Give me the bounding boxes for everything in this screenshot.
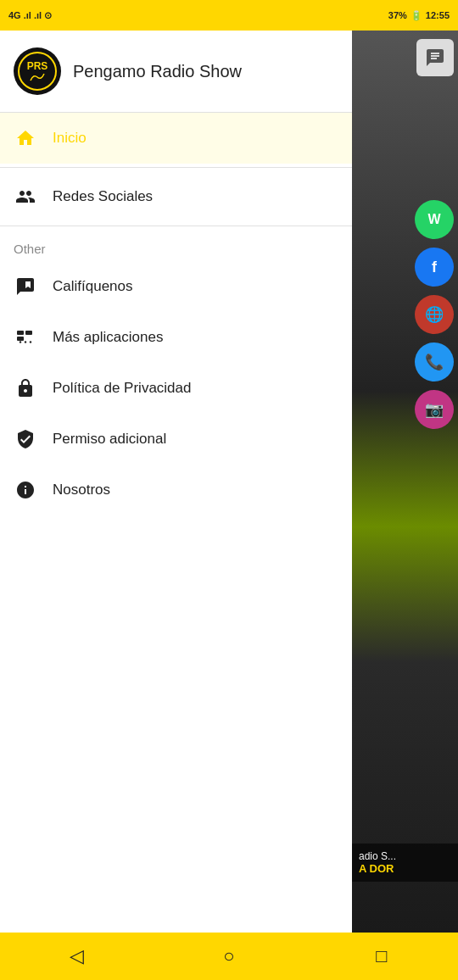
chat-icon <box>425 47 445 68</box>
sidebar-item-permiso[interactable]: Permiso adicional <box>0 414 352 465</box>
svg-point-5 <box>30 341 31 342</box>
svg-point-4 <box>25 341 26 342</box>
inicio-label: Inicio <box>53 130 87 147</box>
signal-icons: 4G .ıl .ıl ⊙ <box>8 10 52 21</box>
sidebar-item-privacidad[interactable]: Política de Privacidad <box>0 363 352 414</box>
whatsapp-button[interactable]: W <box>415 200 454 239</box>
radio-name-text: adio S... <box>359 850 451 862</box>
right-panel-bg: W f 🌐 📞 📷 adio S... A DOR <box>352 31 458 933</box>
shield-check-icon <box>14 427 37 451</box>
battery-level: 37% <box>388 10 407 20</box>
status-bar-right: 37% 🔋 12:55 <box>388 10 450 21</box>
radio-sub-text: A DOR <box>359 862 451 875</box>
divider-1 <box>0 167 352 168</box>
logo-text: PRS <box>27 61 48 72</box>
app-logo: PRS <box>14 47 61 95</box>
main-container: PRS Pengamo Radio Show Inicio <box>0 31 458 933</box>
info-icon <box>14 478 37 502</box>
nosotros-label: Nosotros <box>53 482 110 498</box>
phone-button[interactable]: 📞 <box>415 342 454 381</box>
lock-icon <box>14 376 37 400</box>
sidebar-item-redes[interactable]: Redes Sociales <box>0 171 352 222</box>
divider-2 <box>0 226 352 226</box>
svg-point-3 <box>20 341 21 342</box>
social-icons-panel: W f 🌐 📞 📷 <box>415 200 454 429</box>
status-bar: 4G .ıl .ıl ⊙ 37% 🔋 12:55 <box>0 0 458 31</box>
instagram-button[interactable]: 📷 <box>415 390 454 429</box>
time: 12:55 <box>426 10 450 20</box>
home-icon <box>14 126 37 150</box>
web-button[interactable]: 🌐 <box>415 295 454 334</box>
other-section-title: Other <box>0 230 352 261</box>
apps-icon <box>14 326 37 349</box>
recent-apps-button[interactable]: □ <box>360 939 403 973</box>
califiquenos-label: Califíquenos <box>53 278 133 295</box>
social-icon <box>14 185 37 209</box>
battery-icon: 🔋 <box>411 10 422 21</box>
status-bar-left: 4G .ıl .ıl ⊙ <box>8 10 52 21</box>
svg-rect-2 <box>25 331 32 335</box>
sidebar-item-nosotros[interactable]: Nosotros <box>0 465 352 515</box>
back-button[interactable]: ◁ <box>55 939 98 973</box>
drawer: PRS Pengamo Radio Show Inicio <box>0 31 352 933</box>
privacidad-label: Política de Privacidad <box>53 380 191 397</box>
facebook-button[interactable]: f <box>415 248 454 287</box>
sidebar-item-inicio[interactable]: Inicio <box>0 113 352 164</box>
sidebar-item-mas-aplicaciones[interactable]: Más aplicaciones <box>0 312 352 363</box>
right-panel: W f 🌐 📞 📷 adio S... A DOR <box>352 31 458 933</box>
redes-label: Redes Sociales <box>53 188 153 205</box>
app-title: Pengamo Radio Show <box>73 62 242 81</box>
permiso-label: Permiso adicional <box>53 431 166 448</box>
bottom-nav: ◁ ○ □ <box>0 933 458 980</box>
svg-rect-0 <box>17 331 24 335</box>
right-bottom-overlay: adio S... A DOR <box>352 844 458 882</box>
sidebar-item-califiquenos[interactable]: Califíquenos <box>0 261 352 312</box>
radio-wave-icon <box>30 73 45 81</box>
mas-aplicaciones-label: Más aplicaciones <box>53 329 163 346</box>
drawer-header: PRS Pengamo Radio Show <box>0 31 352 113</box>
svg-rect-1 <box>17 337 24 341</box>
home-button[interactable]: ○ <box>208 939 250 973</box>
chat-icon-container[interactable] <box>416 39 454 76</box>
rate-icon <box>14 275 37 298</box>
